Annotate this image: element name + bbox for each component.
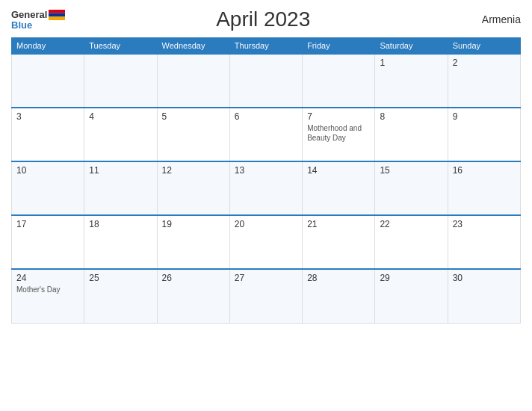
calendar-cell: 9 <box>448 108 520 161</box>
calendar-cell: 24Mother's Day <box>12 269 84 323</box>
calendar-cell: 15 <box>375 161 448 215</box>
calendar-cell: 18 <box>84 215 157 269</box>
calendar-cell: 6 <box>229 108 302 161</box>
day-number: 2 <box>453 58 516 68</box>
day-number: 15 <box>380 165 442 176</box>
day-number: 5 <box>162 111 225 122</box>
calendar-cell: 8 <box>375 108 448 161</box>
day-number: 14 <box>307 165 370 176</box>
calendar-cell <box>229 54 302 108</box>
calendar-row-1: 12 <box>12 54 521 108</box>
calendar-cell: 3 <box>12 108 84 161</box>
calendar-cell: 22 <box>375 215 448 269</box>
calendar-cell: 28 <box>303 269 375 323</box>
col-tuesday: Tuesday <box>84 38 157 55</box>
day-number: 26 <box>162 273 225 283</box>
calendar-cell: 20 <box>229 215 302 269</box>
calendar-cell: 5 <box>157 108 229 161</box>
holiday-label: Motherhood and Beauty Day <box>307 123 370 143</box>
calendar-cell: 26 <box>157 269 229 323</box>
svg-rect-1 <box>49 13 65 16</box>
calendar-cell: 14 <box>303 161 375 215</box>
day-number: 7 <box>307 111 370 122</box>
page-header: General Blue April 2023 Armenia <box>11 7 521 31</box>
day-number: 22 <box>380 219 442 229</box>
day-number: 19 <box>162 219 225 229</box>
calendar-cell: 13 <box>229 161 302 215</box>
calendar-cell: 23 <box>448 215 520 269</box>
calendar-cell: 16 <box>448 161 520 215</box>
logo-blue-text: Blue <box>11 20 32 30</box>
calendar-cell <box>84 54 157 108</box>
day-number: 30 <box>453 273 516 283</box>
day-number: 11 <box>89 165 152 176</box>
col-friday: Friday <box>303 38 375 55</box>
day-number: 8 <box>380 111 442 122</box>
calendar-cell: 1 <box>375 54 448 108</box>
calendar-cell: 7Motherhood and Beauty Day <box>303 108 375 161</box>
col-thursday: Thursday <box>229 38 302 55</box>
calendar-page: General Blue April 2023 Armenia Monday T… <box>0 0 532 411</box>
calendar-cell: 19 <box>157 215 229 269</box>
calendar-cell <box>157 54 229 108</box>
calendar-cell: 12 <box>157 161 229 215</box>
svg-rect-0 <box>49 10 65 13</box>
day-number: 23 <box>453 219 516 229</box>
logo-general-text: General <box>11 10 47 19</box>
calendar-row-2: 34567Motherhood and Beauty Day89 <box>12 108 521 161</box>
day-number: 13 <box>235 165 297 176</box>
calendar-row-5: 24Mother's Day252627282930 <box>12 269 521 323</box>
calendar-cell <box>12 54 84 108</box>
logo-flag-icon <box>49 10 65 20</box>
day-number: 4 <box>89 111 152 122</box>
day-number: 21 <box>307 219 370 229</box>
day-number: 17 <box>16 219 79 229</box>
calendar-header-row: Monday Tuesday Wednesday Thursday Friday… <box>12 38 521 55</box>
calendar-title: April 2023 <box>65 7 461 31</box>
calendar-row-4: 17181920212223 <box>12 215 521 269</box>
calendar-cell: 25 <box>84 269 157 323</box>
calendar-cell: 21 <box>303 215 375 269</box>
calendar-cell: 30 <box>448 269 520 323</box>
calendar-cell: 29 <box>375 269 448 323</box>
col-saturday: Saturday <box>375 38 448 55</box>
calendar-cell: 10 <box>12 161 84 215</box>
svg-rect-2 <box>49 16 65 20</box>
day-number: 28 <box>307 273 370 283</box>
day-number: 25 <box>89 273 152 283</box>
day-number: 10 <box>16 165 79 176</box>
day-number: 27 <box>235 273 297 283</box>
day-number: 29 <box>380 273 442 283</box>
day-number: 6 <box>235 111 297 122</box>
calendar-cell: 4 <box>84 108 157 161</box>
calendar-cell: 11 <box>84 161 157 215</box>
day-number: 18 <box>89 219 152 229</box>
calendar-cell: 2 <box>448 54 520 108</box>
calendar-table: Monday Tuesday Wednesday Thursday Friday… <box>11 37 521 324</box>
holiday-label: Mother's Day <box>16 285 79 294</box>
day-number: 20 <box>235 219 297 229</box>
day-number: 16 <box>453 165 516 176</box>
day-number: 9 <box>453 111 516 122</box>
day-number: 24 <box>16 273 79 283</box>
logo: General Blue <box>11 10 65 30</box>
day-number: 12 <box>162 165 225 176</box>
calendar-row-3: 10111213141516 <box>12 161 521 215</box>
country-label: Armenia <box>461 13 521 25</box>
col-sunday: Sunday <box>448 38 520 55</box>
calendar-cell: 17 <box>12 215 84 269</box>
calendar-cell: 27 <box>229 269 302 323</box>
day-number: 3 <box>16 111 79 122</box>
calendar-cell <box>303 54 375 108</box>
col-monday: Monday <box>12 38 84 55</box>
col-wednesday: Wednesday <box>157 38 229 55</box>
day-number: 1 <box>380 58 442 68</box>
